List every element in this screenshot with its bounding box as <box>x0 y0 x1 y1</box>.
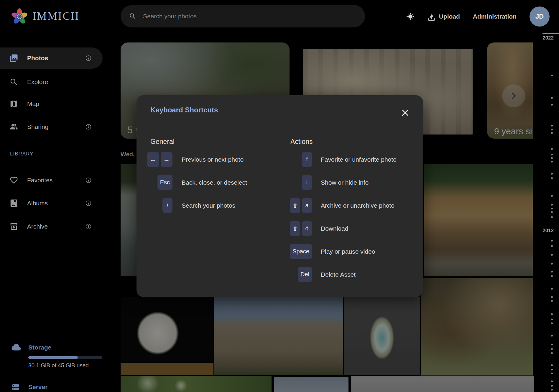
shortcut-keys: f <box>277 152 312 167</box>
shortcut-row: Del Delete Asset <box>277 267 356 282</box>
sidebar-label-favorites: Favorites <box>27 177 52 184</box>
scrubber-position-indicator[interactable] <box>542 33 559 34</box>
top-bar-actions: Upload Administration JD <box>406 0 550 33</box>
storage-progress-fill <box>28 356 78 359</box>
sidebar-item-archive[interactable]: Archive <box>0 216 103 237</box>
info-icon[interactable] <box>85 223 92 230</box>
administration-link[interactable]: Administration <box>473 13 517 20</box>
shortcut-keys: ← → <box>137 152 172 167</box>
library-section-header: LIBRARY <box>10 151 33 157</box>
info-icon[interactable] <box>85 124 92 130</box>
photos-icon <box>9 54 18 63</box>
scrubber-year-2022: 2022 <box>542 35 554 41</box>
sidebar: Photos Explore Map Sharing <box>0 33 103 392</box>
server-title: Server <box>28 383 47 391</box>
key-space: Space <box>290 244 312 259</box>
shortcut-row: / Search your photos <box>137 198 235 213</box>
app-title: IMMICH <box>32 10 80 22</box>
map-icon <box>9 99 18 108</box>
shortcut-description: Delete Asset <box>321 271 356 278</box>
scrubber-year-2012: 2012 <box>542 228 554 234</box>
server-icon <box>11 383 20 392</box>
avatar-initials: JD <box>535 13 544 20</box>
shortcut-row: i Show or hide info <box>277 175 369 190</box>
shortcut-description: Show or hide info <box>321 179 369 186</box>
key-f: f <box>302 152 312 167</box>
key-shift: ⇧ <box>290 221 300 236</box>
close-icon[interactable] <box>401 108 410 117</box>
shortcut-row: ← → Previous or next photo <box>137 152 244 167</box>
sharing-people-icon <box>9 122 18 131</box>
key-d: d <box>302 221 312 236</box>
shortcut-row: f Favorite or unfavorite photo <box>277 152 397 167</box>
info-icon[interactable] <box>85 55 92 61</box>
key-left-arrow: ← <box>147 152 159 167</box>
shortcut-description: Search your photos <box>182 202 235 209</box>
sidebar-label-explore: Explore <box>27 78 48 86</box>
sidebar-item-favorites[interactable]: Favorites <box>0 170 103 191</box>
key-esc: Esc <box>157 175 172 190</box>
modal-title: Keyboard Shortcuts <box>150 106 218 114</box>
key-a: a <box>302 198 312 213</box>
shortcut-keys: ⇧ d <box>277 221 312 236</box>
explore-search-icon <box>9 78 18 86</box>
upload-button[interactable]: Upload <box>428 13 460 21</box>
general-section-header: General <box>150 138 175 146</box>
storage-progress-bar <box>28 356 102 359</box>
shortcut-description: Previous or next photo <box>182 156 244 163</box>
sidebar-label-albums: Albums <box>27 200 48 207</box>
shortcut-keys: / <box>137 198 172 213</box>
info-icon[interactable] <box>85 200 92 206</box>
actions-section-header: Actions <box>290 138 313 146</box>
administration-label: Administration <box>473 13 517 20</box>
shortcut-row: ⇧ d Download <box>277 221 348 236</box>
sidebar-item-albums[interactable]: Albums <box>0 193 103 214</box>
key-i: i <box>302 175 312 190</box>
shortcut-description: Favorite or unfavorite photo <box>321 156 397 163</box>
sidebar-label-sharing: Sharing <box>27 123 48 130</box>
search-input[interactable] <box>143 13 349 20</box>
info-icon[interactable] <box>85 177 92 183</box>
sidebar-label-map: Map <box>27 100 39 107</box>
shortcut-description: Back, close, or deselect <box>182 179 247 186</box>
key-shift: ⇧ <box>290 198 300 213</box>
keyboard-shortcuts-modal: Keyboard Shortcuts General Actions ← → P… <box>137 95 423 297</box>
cloud-icon <box>11 342 21 352</box>
immich-flower-icon <box>11 7 28 25</box>
sidebar-item-explore[interactable]: Explore <box>0 71 103 93</box>
user-avatar[interactable]: JD <box>530 6 550 27</box>
sidebar-item-sharing[interactable]: Sharing <box>0 116 103 137</box>
key-del: Del <box>298 267 312 282</box>
shortcut-row: ⇧ a Archive or unarchive photo <box>277 198 394 213</box>
timeline-scrubber[interactable]: 2022 2012 <box>533 33 559 392</box>
shortcut-keys: Del <box>277 267 312 282</box>
shortcut-row: Esc Back, close, or deselect <box>137 175 247 190</box>
shortcut-description: Play or pause video <box>321 248 375 255</box>
storage-title: Storage <box>28 344 51 351</box>
shortcut-keys: i <box>277 175 312 190</box>
theme-toggle-button[interactable] <box>406 12 415 21</box>
immich-app: 5 y 9 years si Wed, 2022 2012 <box>0 0 559 392</box>
search-bar[interactable] <box>121 5 365 27</box>
shortcut-keys: ⇧ a <box>277 198 312 213</box>
upload-label: Upload <box>439 13 460 20</box>
sidebar-divider <box>8 376 94 376</box>
shortcut-description: Download <box>321 225 348 232</box>
album-icon <box>9 199 18 208</box>
shortcut-keys: Space <box>277 244 312 259</box>
upload-icon <box>428 13 435 21</box>
key-right-arrow: → <box>161 152 172 167</box>
storage-used-text: 30.1 GiB of 45 GiB used <box>28 362 89 369</box>
shortcut-keys: Esc <box>137 175 172 190</box>
shortcut-row: Space Play or pause video <box>277 244 375 259</box>
search-icon <box>129 12 137 20</box>
heart-icon <box>9 176 18 185</box>
top-bar: IMMICH Upload Administration <box>0 0 559 33</box>
sidebar-label-photos: Photos <box>27 55 48 62</box>
sidebar-item-map[interactable]: Map <box>0 93 103 114</box>
sidebar-item-photos[interactable]: Photos <box>0 47 103 69</box>
key-slash: / <box>162 198 172 213</box>
archive-icon <box>9 222 18 231</box>
shortcut-description: Archive or unarchive photo <box>321 202 394 209</box>
app-logo[interactable]: IMMICH <box>11 7 80 25</box>
